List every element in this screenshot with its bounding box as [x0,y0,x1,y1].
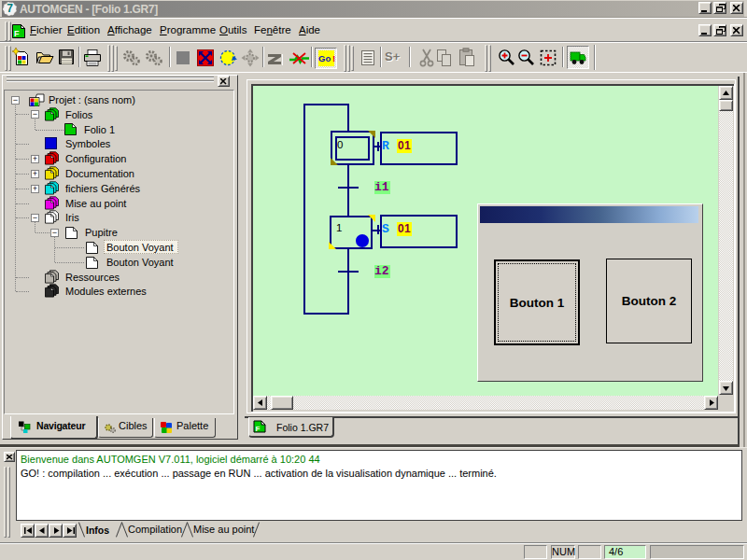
svg-text:F: F [256,425,261,433]
